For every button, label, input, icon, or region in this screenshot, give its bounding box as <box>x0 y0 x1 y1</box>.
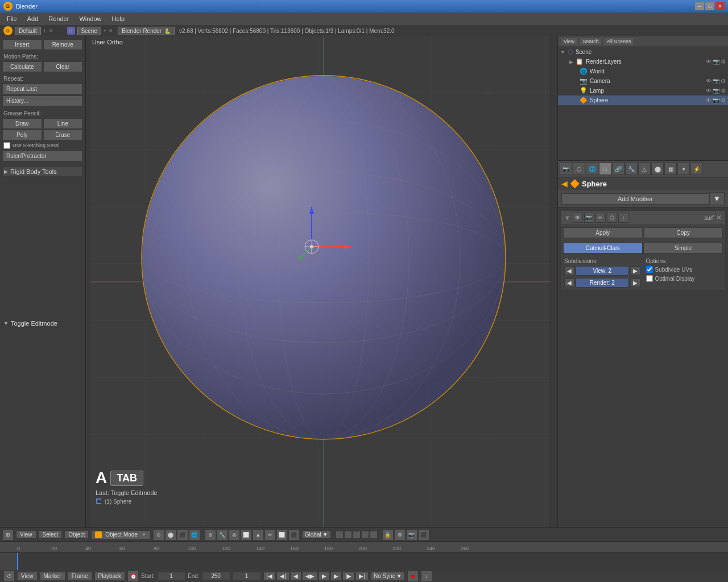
current-frame-input[interactable] <box>233 572 261 580</box>
render-props-btn[interactable]: 📷 <box>560 163 572 175</box>
layer-1-btn[interactable] <box>336 531 344 539</box>
mod-realtime-btn[interactable]: 👁 <box>573 213 583 223</box>
modifier-close-button[interactable]: ✕ <box>716 214 722 222</box>
timeline-icon-btn[interactable]: ⏱ <box>3 571 15 582</box>
menu-add[interactable]: Add <box>23 14 43 23</box>
wire-shading-btn[interactable]: ⊙ <box>153 529 164 541</box>
mod-edit-btn[interactable]: ✏ <box>595 213 606 223</box>
remove-button[interactable]: Remove <box>43 39 83 50</box>
camera-render-btn[interactable]: 📷 <box>713 78 719 84</box>
render-increase-btn[interactable]: ▶ <box>630 278 640 287</box>
audio-btn[interactable]: ♪ <box>421 571 432 582</box>
texture-props-btn[interactable]: ▦ <box>664 163 677 175</box>
select-lasso-btn[interactable]: ▲ <box>253 529 264 541</box>
global-selector[interactable]: Global ▼ <box>302 530 331 539</box>
history-button[interactable]: History... <box>2 95 82 106</box>
close-button[interactable]: ✕ <box>715 2 725 10</box>
mod-render-btn[interactable]: 📷 <box>584 213 594 223</box>
line-button[interactable]: Line <box>43 118 83 129</box>
camera-vis-btn[interactable]: 👁 <box>706 78 712 84</box>
maximize-button[interactable]: □ <box>705 2 714 10</box>
outliner-item-renderlayers[interactable]: ▶ 📋 RenderLayers 👁 📷 ⚙ <box>558 57 728 66</box>
select-menu-btn[interactable]: Select <box>39 530 63 539</box>
outliner-item-camera[interactable]: 📷 Camera 👁 📷 ⚙ <box>558 76 728 86</box>
step-back-btn[interactable]: ◀ <box>290 572 301 580</box>
jump-end-btn[interactable]: ▶| <box>355 572 369 580</box>
menu-window[interactable]: Window <box>75 14 106 23</box>
pivot-btn[interactable]: ⊕ <box>205 529 216 541</box>
outliner-item-scene[interactable]: ▼ ⬡ Scene <box>558 47 728 57</box>
select-none-btn[interactable]: ⬛ <box>288 529 300 541</box>
layer-3-btn[interactable] <box>353 531 361 539</box>
modifier-toggle[interactable]: ▼ <box>564 214 570 221</box>
select-mode-btn[interactable]: ⬜ <box>241 529 252 541</box>
copy-button[interactable]: Copy <box>644 227 723 238</box>
draw-button[interactable]: Draw <box>2 118 42 129</box>
texture-shading-btn[interactable]: ⬛ <box>177 529 188 541</box>
sphere-settings-btn[interactable]: ⚙ <box>721 97 726 103</box>
world-props-btn[interactable]: 🌐 <box>586 163 598 175</box>
menu-file[interactable]: File <box>2 14 22 23</box>
playhead[interactable] <box>17 553 18 570</box>
timeline-view-btn[interactable]: View <box>17 572 38 580</box>
outliner-item-sphere[interactable]: 🔶 Sphere 👁 📷 ⚙ <box>558 95 728 105</box>
timeline-track[interactable] <box>0 553 728 570</box>
view-decrease-btn[interactable]: ◀ <box>564 267 574 275</box>
use-sketching-checkbox[interactable] <box>3 142 10 149</box>
catmull-clark-tab[interactable]: Catmull-Clark <box>563 243 643 253</box>
lamp-vis-btn[interactable]: 👁 <box>706 88 712 94</box>
render-engine-selector[interactable]: Blender Render 🐍 <box>118 27 175 35</box>
play-btn[interactable]: ▶ <box>318 572 330 580</box>
layer-4-btn[interactable] <box>361 531 369 539</box>
more-btn[interactable]: ⬛ <box>418 529 429 541</box>
optimal-display-checkbox[interactable] <box>646 275 653 282</box>
apply-button[interactable]: Apply <box>563 227 643 238</box>
repeat-last-button[interactable]: Repeat Last <box>2 84 82 94</box>
constraint-props-btn[interactable]: 🔗 <box>612 163 624 175</box>
all-scenes-button[interactable]: All Scenes <box>605 38 634 45</box>
timer-icon-btn[interactable]: ⏰ <box>127 571 139 582</box>
calculate-button[interactable]: Calculate <box>2 61 42 72</box>
toggle-editmode-header[interactable]: ▼ Toggle Editmode <box>2 319 82 328</box>
timeline-marker-btn[interactable]: Marker <box>40 572 65 580</box>
subdivide-uvs-checkbox[interactable] <box>646 266 653 273</box>
renderlayers-settings-btn[interactable]: ⚙ <box>721 59 726 65</box>
object-props-btn[interactable]: □ <box>599 163 611 175</box>
render-decrease-btn[interactable]: ◀ <box>564 278 574 287</box>
object-menu-btn[interactable]: Object <box>64 530 89 539</box>
left-scrollbar[interactable] <box>85 36 90 527</box>
menu-render[interactable]: Render <box>44 14 73 23</box>
sync-dropdown[interactable]: No Sync ▼ <box>371 572 405 580</box>
scene-props-btn[interactable]: ⬡ <box>573 163 585 175</box>
layer-2-btn[interactable] <box>344 531 352 539</box>
lock-btn[interactable]: 🔒 <box>382 529 394 541</box>
select-all-btn[interactable]: ⬜ <box>276 529 288 541</box>
render-value-btn[interactable]: Render: 2 <box>576 278 629 288</box>
view-increase-btn[interactable]: ▶ <box>630 267 640 275</box>
start-frame-input[interactable] <box>157 572 185 580</box>
proportional-btn[interactable]: ◎ <box>229 529 240 541</box>
renderlayers-render-btn[interactable]: 📷 <box>713 59 719 65</box>
view-button[interactable]: View <box>561 38 577 45</box>
layer-5-btn[interactable] <box>370 531 378 539</box>
outliner-item-world[interactable]: 🌐 World <box>558 66 728 76</box>
timeline-frame-btn[interactable]: Frame <box>68 572 92 580</box>
settings-btn[interactable]: ⚙ <box>394 529 406 541</box>
ruler-button[interactable]: Ruler/Protractor <box>2 151 82 161</box>
solid-shading-btn[interactable]: ⬤ <box>165 529 176 541</box>
sphere-vis-btn[interactable]: 👁 <box>706 97 712 103</box>
minimize-button[interactable]: ─ <box>695 2 704 10</box>
viewport-scrollbar-v[interactable] <box>551 36 557 527</box>
timeline-playback-btn[interactable]: Playback <box>94 572 126 580</box>
mode-selector[interactable]: Object Mode ▼ <box>91 530 151 539</box>
rigid-body-tools-header[interactable]: ▶ Rigid Body Tools <box>2 167 82 177</box>
select-paint-btn[interactable]: ✏ <box>264 529 276 541</box>
search-button[interactable]: Search <box>580 38 601 45</box>
view-menu-btn[interactable]: View <box>16 530 36 539</box>
render-shading-btn[interactable]: 🌐 <box>189 529 200 541</box>
end-frame-input[interactable] <box>202 572 230 580</box>
camera-icon-btn[interactable]: 📷 <box>406 529 417 541</box>
add-modifier-button[interactable]: Add Modifier <box>561 193 709 205</box>
outliner-item-lamp[interactable]: 💡 Lamp 👁 📷 ⚙ <box>558 86 728 95</box>
jump-start-btn[interactable]: |◀ <box>263 572 276 580</box>
